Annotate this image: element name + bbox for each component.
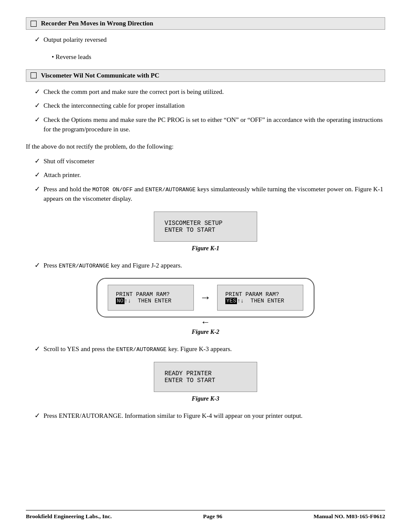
check-item-press-k1: ✓ Press ENTER/AUTORANGE key and Figure J… xyxy=(26,261,385,271)
bullet-reverse-leads: Reverse leads xyxy=(26,53,385,61)
check-mark-9: ✓ xyxy=(34,345,40,353)
section-viscometer-pc-title: Viscometer Wil Not Communicate with PC xyxy=(41,72,159,79)
figure-k1-container: VISCOMETER SETUP ENTER TO START Figure K… xyxy=(26,212,385,258)
figure-k2-right-box: PRINT PARAM RAM? YES↑↓ THEN ENTER xyxy=(217,285,303,311)
footer-right: Manual NO. M03-165-F0612 xyxy=(314,513,385,520)
check-text-press-k1: Press ENTER/AUTORANGE key and Figure J-2… xyxy=(44,261,182,271)
arrow-right-icon: → xyxy=(200,291,211,304)
check-mark-4: ✓ xyxy=(34,115,40,124)
figure-k1-line2: ENTER TO START xyxy=(165,227,246,233)
yes-highlighted: YES xyxy=(225,298,237,304)
figure-k3-label: Figure K-3 xyxy=(192,395,219,402)
figure-k2-left-box: PRINT PARAM RAM? NO↑↓ THEN ENTER xyxy=(108,285,194,311)
check-text-press-hold: Press and hold the MOTOR ON/OFF and ENTE… xyxy=(44,184,385,204)
figure-k2-label: Figure K-2 xyxy=(192,329,219,336)
check-text-comm: Check the comm port and make sure the co… xyxy=(44,87,224,97)
check-mark-1: ✓ xyxy=(34,35,40,44)
check-item-comm-port: ✓ Check the comm port and make sure the … xyxy=(26,87,385,97)
figure-k2-section: PRINT PARAM RAM? NO↑↓ THEN ENTER → PRINT… xyxy=(26,278,385,342)
check-text-polarity: Output polarity reversed xyxy=(44,35,107,45)
arrow-down-icon: ← xyxy=(201,317,210,328)
page-footer: Brookfield Engineering Labs., Inc. Page … xyxy=(26,510,385,520)
checkbox-icon-2 xyxy=(31,72,37,78)
figure-k3-box: READY PRINTER ENTER TO START xyxy=(154,362,257,392)
check-mark-3: ✓ xyxy=(34,101,40,109)
footer-left: Brookfield Engineering Labs., Inc. xyxy=(26,513,112,520)
check-text-options: Check the Options menu and make sure the… xyxy=(44,115,385,134)
check-item-options-menu: ✓ Check the Options menu and make sure t… xyxy=(26,115,385,134)
bullet-text-1: Reverse leads xyxy=(56,53,91,60)
figure-k1-label: Figure K-1 xyxy=(192,245,219,252)
figure-k1-box: VISCOMETER SETUP ENTER TO START xyxy=(154,212,257,242)
check-item-press-k3: ✓ Press ENTER/AUTORANGE. Information sim… xyxy=(26,411,385,421)
no-highlighted: NO xyxy=(116,298,125,304)
checkbox-icon-1 xyxy=(31,21,37,27)
check-mark-10: ✓ xyxy=(34,411,40,420)
check-mark-6: ✓ xyxy=(34,171,40,179)
check-text-scroll-yes: Scroll to YES and press the ENTER/AUTORA… xyxy=(44,344,232,354)
figure-k2-left-line2: NO↑↓ THEN ENTER xyxy=(116,298,186,304)
section-viscometer-pc-header: Viscometer Wil Not Communicate with PC xyxy=(26,69,385,82)
check-mark-8: ✓ xyxy=(34,261,40,269)
section-recorder-pen-title: Recorder Pen Moves in Wrong Direction xyxy=(41,20,153,27)
figure-k3-line1: READY PRINTER xyxy=(165,370,246,377)
check-item-attach-printer: ✓ Attach printer. xyxy=(26,170,385,180)
figure-k2-outer: PRINT PARAM RAM? NO↑↓ THEN ENTER → PRINT… xyxy=(97,278,314,317)
check-text-press-k3: Press ENTER/AUTORANGE. Information simil… xyxy=(44,411,302,421)
check-item-polarity: ✓ Output polarity reversed xyxy=(26,35,385,45)
footer-center: Page 96 xyxy=(203,513,222,520)
check-text-cable: Check the interconnecting cable for prop… xyxy=(44,101,184,111)
check-item-cable: ✓ Check the interconnecting cable for pr… xyxy=(26,101,385,111)
figure-k3-container: READY PRINTER ENTER TO START Figure K-3 xyxy=(26,362,385,408)
check-item-press-hold: ✓ Press and hold the MOTOR ON/OFF and EN… xyxy=(26,184,385,204)
check-mark-5: ✓ xyxy=(34,157,40,165)
check-mark-7: ✓ xyxy=(34,185,40,193)
section-recorder-pen-header: Recorder Pen Moves in Wrong Direction xyxy=(26,17,385,30)
check-item-shut-off: ✓ Shut off viscometer xyxy=(26,156,385,166)
check-mark-2: ✓ xyxy=(34,87,40,96)
figure-k2-right-line2: YES↑↓ THEN ENTER xyxy=(225,298,295,304)
intro-text: If the above do not rectify the problem,… xyxy=(26,143,385,150)
figure-k2-left-line1: PRINT PARAM RAM? xyxy=(116,291,186,298)
figure-k2-right-line1: PRINT PARAM RAM? xyxy=(225,291,295,298)
figure-k1-line1: VISCOMETER SETUP xyxy=(165,220,246,227)
figure-k3-line2: ENTER TO START xyxy=(165,377,246,384)
check-text-shut-off: Shut off viscometer xyxy=(44,156,94,166)
check-item-scroll-yes: ✓ Scroll to YES and press the ENTER/AUTO… xyxy=(26,344,385,354)
page-content: Recorder Pen Moves in Wrong Direction ✓ … xyxy=(26,17,385,420)
check-text-attach-printer: Attach printer. xyxy=(44,170,81,180)
